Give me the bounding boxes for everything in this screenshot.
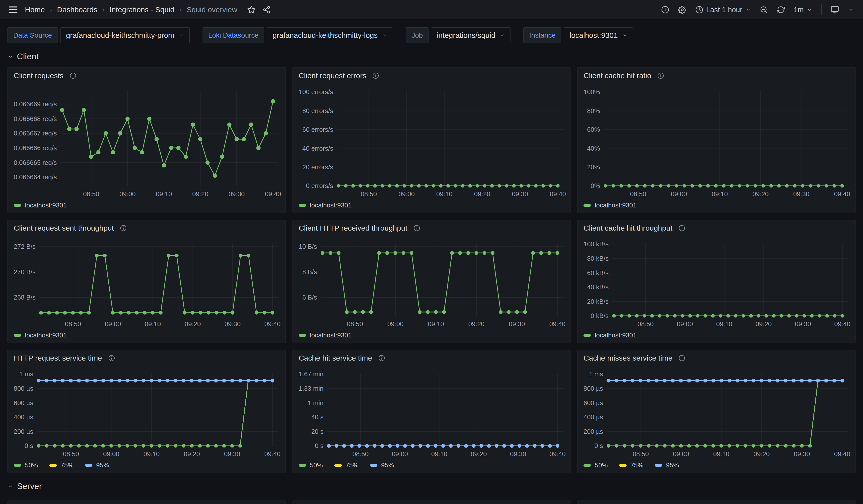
chart-canvas[interactable]: 0 kB/s20 kB/s40 kB/s60 kB/s80 kB/s100 kB… (577, 220, 855, 343)
legend-item[interactable]: 95% (85, 462, 109, 469)
svg-text:80 kB/s: 80 kB/s (587, 255, 609, 262)
panel-info-button[interactable] (378, 355, 385, 362)
chart-canvas[interactable]: 0 s200 µs400 µs600 µs800 µs1 ms08:5009:0… (8, 350, 286, 473)
legend-item[interactable]: localhost:9301 (584, 201, 637, 209)
legend-item[interactable]: 75% (619, 462, 643, 469)
chevron-down-icon (622, 33, 627, 38)
time-range-picker[interactable]: Last 1 hour (695, 6, 751, 14)
dashboard-settings-button[interactable] (678, 6, 686, 14)
chart-canvas[interactable]: 6 B/s8 B/s10 B/s08:5009:0009:1009:2009:3… (293, 220, 571, 343)
section-header-server[interactable]: Server (0, 473, 863, 497)
panel-info-button[interactable] (413, 225, 420, 231)
legend-item[interactable]: localhost:9301 (299, 331, 352, 339)
panel-title[interactable]: Client cache hit ratio (584, 72, 651, 80)
filter-value-dropdown[interactable]: localhost:9301 (564, 27, 633, 43)
refresh-interval-label: 1m (794, 6, 804, 14)
filter-value-dropdown[interactable]: integrations/squid (431, 27, 511, 43)
kiosk-mode-dropdown[interactable] (848, 7, 854, 13)
chart-canvas[interactable]: 268 B/s270 B/s272 B/s08:5009:0009:1009:2… (8, 220, 286, 343)
legend-item[interactable]: 95% (655, 462, 679, 469)
panel-partial (577, 501, 855, 504)
panel-info-button[interactable] (657, 72, 664, 79)
chevron-down-icon (848, 7, 854, 13)
tv-kiosk-button[interactable] (830, 5, 839, 14)
panel-title[interactable]: Cache misses service time (584, 354, 672, 362)
chart-gridlines (327, 374, 563, 446)
legend-item[interactable]: 95% (370, 462, 394, 469)
panel-client-request-sent-throughput: Client request sent throughput268 B/s270… (8, 219, 286, 343)
breadcrumb-item[interactable]: Integrations - Squid (110, 5, 174, 14)
legend-item[interactable]: 50% (584, 462, 608, 469)
share-icon[interactable] (263, 6, 271, 14)
panel-info-button[interactable] (108, 355, 115, 362)
refresh-button[interactable] (777, 6, 785, 14)
svg-text:0 errors/s: 0 errors/s (306, 182, 333, 189)
chart-canvas[interactable]: 0.066664 req/s0.066665 req/s0.066666 req… (8, 67, 286, 213)
svg-text:40 s: 40 s (311, 414, 323, 420)
legend-item[interactable]: localhost:9301 (584, 331, 637, 339)
legend-color-pill (299, 334, 306, 337)
star-icon[interactable] (247, 5, 255, 14)
panel-info-button[interactable] (678, 225, 685, 231)
svg-text:60%: 60% (587, 126, 600, 133)
legend-color-pill (299, 464, 306, 467)
breadcrumb-item[interactable]: Home (25, 5, 45, 14)
svg-text:60 kB/s: 60 kB/s (587, 269, 609, 276)
panel-legend: 50%75%95% (299, 462, 394, 469)
chart-canvas[interactable]: 0%20%40%60%80%100%08:5009:0009:1009:2009… (577, 67, 855, 213)
chart-series-localhost9301 (321, 251, 559, 314)
dashboard-info-button[interactable] (661, 6, 669, 14)
section-header-client[interactable]: Client (0, 43, 863, 67)
legend-color-pill (49, 464, 57, 467)
filter-loki-datasource: Loki Datasourcegrafanacloud-keithschmitt… (202, 27, 393, 43)
legend-item[interactable]: localhost:9301 (14, 331, 67, 339)
legend-item[interactable]: 75% (49, 462, 74, 469)
panel-info-button[interactable] (70, 72, 76, 79)
chart-canvas[interactable]: 0 s200 µs400 µs600 µs800 µs1 ms08:5009:0… (577, 350, 855, 473)
chart-series-75 (606, 379, 844, 448)
panel-title[interactable]: HTTP request service time (14, 354, 102, 362)
filter-value-dropdown[interactable]: grafanacloud-keithschmitty-logs (267, 27, 393, 43)
panel-title[interactable]: Cache hit service time (299, 354, 372, 362)
chart-canvas[interactable]: 0 s20 s40 s1 min1.33 min1.67 min08:5009:… (293, 350, 571, 473)
svg-text:09:00: 09:00 (398, 190, 415, 198)
panel-info-button[interactable] (120, 225, 127, 231)
chart-canvas[interactable]: 0 errors/s20 errors/s40 errors/s60 error… (293, 67, 571, 213)
svg-text:200 µs: 200 µs (584, 428, 603, 435)
legend-item[interactable]: 75% (334, 462, 359, 469)
svg-text:09:40: 09:40 (550, 190, 566, 198)
legend-item[interactable]: 50% (299, 462, 323, 469)
svg-text:09:40: 09:40 (264, 451, 280, 457)
panel-info-button[interactable] (678, 355, 685, 362)
panel-title[interactable]: Client request errors (299, 72, 366, 80)
menu-icon[interactable] (9, 7, 17, 13)
panel-title[interactable]: Client HTTP received throughput (299, 224, 407, 232)
filter-row: Data Sourcegrafanacloud-keithschmitty-pr… (0, 20, 863, 43)
panel-title[interactable]: Client request sent throughput (14, 224, 114, 232)
svg-text:08:50: 08:50 (633, 451, 649, 457)
panel-info-button[interactable] (372, 72, 379, 79)
legend-item[interactable]: 50% (14, 462, 38, 469)
chevron-down-icon (8, 53, 13, 60)
svg-text:100 kB/s: 100 kB/s (584, 241, 609, 248)
filter-value-dropdown[interactable]: grafanacloud-keithschmitty-prom (60, 27, 190, 43)
legend-item[interactable]: localhost:9301 (14, 201, 67, 209)
svg-text:800 µs: 800 µs (14, 385, 33, 392)
panel-header: Client cache hit throughput (584, 224, 685, 232)
svg-text:0%: 0% (591, 182, 600, 189)
breadcrumb-item[interactable]: Dashboards (57, 5, 97, 14)
zoom-out-button[interactable] (760, 6, 768, 14)
filter-value-text: integrations/squid (437, 31, 495, 40)
svg-text:09:40: 09:40 (549, 451, 565, 457)
svg-text:0.066667 req/s: 0.066667 req/s (14, 130, 57, 137)
zoom-out-icon (760, 6, 768, 14)
svg-text:09:30: 09:30 (794, 451, 810, 457)
panel-title[interactable]: Client requests (14, 72, 64, 80)
refresh-interval-dropdown[interactable]: 1m (794, 6, 812, 14)
svg-text:09:20: 09:20 (468, 320, 484, 327)
chart-series-localhost9301 (60, 99, 275, 178)
panel-title[interactable]: Client cache hit throughput (584, 224, 672, 232)
legend-item[interactable]: localhost:9301 (299, 201, 352, 209)
panel-header: Client requests (14, 72, 76, 80)
chart-series-localhost9301 (612, 314, 844, 317)
